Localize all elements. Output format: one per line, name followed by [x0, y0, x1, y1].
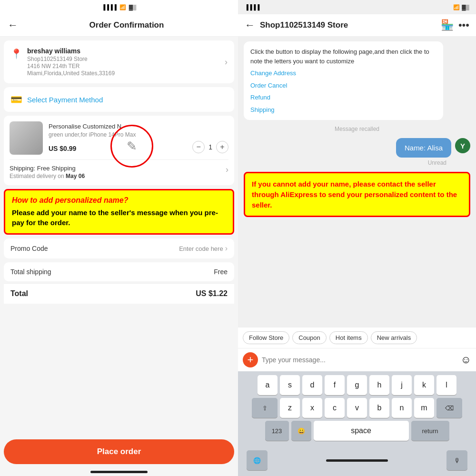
- total-label: Total: [10, 289, 28, 298]
- chat-text-input[interactable]: [262, 356, 457, 364]
- payment-card[interactable]: 💳 Select Payment Method: [4, 87, 234, 112]
- total-final-row: Total US $1.22: [4, 283, 234, 304]
- return-key[interactable]: return: [411, 421, 449, 441]
- keyboard-row-3: 123 😀 space return: [240, 421, 474, 446]
- home-indicator: [90, 471, 148, 473]
- key-a[interactable]: a: [258, 375, 278, 395]
- product-section: ✎ Personalise Customized N green under,f…: [4, 116, 234, 185]
- left-wifi-icon: 📶: [119, 4, 126, 10]
- refund-link[interactable]: Refund: [250, 93, 436, 102]
- qty-decrease-button[interactable]: −: [192, 141, 205, 153]
- total-shipping-value: Free: [214, 268, 228, 276]
- globe-key[interactable]: 🌐: [247, 450, 268, 470]
- store-icon[interactable]: 🏪: [441, 19, 454, 31]
- home-indicator-right: [326, 459, 388, 462]
- message-recalled: Message recalled: [244, 126, 470, 132]
- annotation-right-body: If you cannot add your name, please cont…: [252, 179, 462, 210]
- product-price: US $0.99: [49, 145, 76, 152]
- qty-value: 1: [208, 143, 212, 151]
- numbers-key[interactable]: 123: [265, 421, 289, 441]
- mic-key[interactable]: 🎙: [446, 450, 467, 470]
- promo-code-row[interactable]: Promo Code Enter code here ›: [4, 238, 234, 258]
- address-line1: 1416 NW 214th TER: [27, 63, 225, 69]
- promo-label: Promo Code: [10, 245, 48, 252]
- right-nav-bar: ← Shop1102513149 Store 🏪 •••: [238, 14, 476, 37]
- address-line2: Miami,Florida,United States,33169: [27, 70, 225, 77]
- promo-placeholder: Enter code here: [179, 245, 223, 252]
- right-back-button[interactable]: ←: [245, 19, 255, 31]
- annotation-body: Please add your name to the seller's mes…: [12, 208, 226, 228]
- address-chevron-icon[interactable]: ›: [225, 57, 228, 67]
- key-z[interactable]: z: [280, 398, 300, 418]
- hot-items-button[interactable]: Hot items: [329, 331, 368, 344]
- key-k[interactable]: k: [414, 375, 434, 395]
- left-back-button[interactable]: ←: [8, 19, 18, 31]
- shipping-label: Shipping: Free Shipping: [10, 165, 85, 172]
- right-status-bar: ▐▐▐▐ 📶 ▓▒: [238, 0, 476, 14]
- left-page-title: Order Confirmation: [23, 20, 230, 30]
- key-f[interactable]: f: [325, 375, 345, 395]
- delete-key[interactable]: ⌫: [436, 398, 462, 418]
- chat-add-button[interactable]: +: [243, 352, 258, 367]
- emoji-keyboard-key[interactable]: 😀: [291, 421, 311, 441]
- right-nav-action-icons: 🏪 •••: [441, 19, 469, 31]
- product-thumbnail: [10, 121, 43, 155]
- keyboard-system-row: 🌐 🎙: [240, 448, 474, 474]
- key-d[interactable]: d: [302, 375, 322, 395]
- key-c[interactable]: c: [325, 398, 345, 418]
- right-signal-icon: ▐▐▐▐: [245, 4, 259, 10]
- name-message-bubble: Name: Alisa: [396, 138, 451, 158]
- address-store: Shop1102513149 Store: [27, 56, 225, 62]
- place-order-button[interactable]: Place order: [4, 439, 234, 464]
- more-options-icon[interactable]: •••: [458, 19, 469, 31]
- space-key[interactable]: space: [314, 421, 409, 441]
- right-battery-icon: ▓▒: [462, 4, 469, 10]
- right-page-title: Shop1102513149 Store: [260, 20, 436, 30]
- right-wifi-icon: 📶: [453, 4, 460, 10]
- location-icon: 📍: [10, 48, 22, 60]
- key-b[interactable]: b: [369, 398, 389, 418]
- key-j[interactable]: j: [392, 375, 412, 395]
- key-v[interactable]: v: [347, 398, 367, 418]
- change-address-link[interactable]: Change Address: [250, 69, 436, 78]
- shipping-link[interactable]: Shipping: [250, 105, 436, 115]
- key-h[interactable]: h: [369, 375, 389, 395]
- key-l[interactable]: l: [436, 375, 456, 395]
- total-value: US $1.22: [196, 289, 228, 298]
- payment-label: Select Payment Method: [27, 96, 103, 104]
- name-bubble-text: Name: Alisa: [405, 144, 443, 152]
- shipping-info-row[interactable]: Shipping: Free Shipping Estimated delive…: [10, 159, 228, 179]
- annotation-title: How to add personalized name?: [12, 196, 226, 205]
- left-status-bar: ▐▐▐▐ 📶 ▓▒: [0, 0, 238, 14]
- product-name: Personalise Customized N: [49, 123, 228, 130]
- key-s[interactable]: s: [280, 375, 300, 395]
- key-x[interactable]: x: [302, 398, 322, 418]
- new-arrivals-button[interactable]: New arrivals: [371, 331, 417, 344]
- follow-store-button[interactable]: Follow Store: [243, 331, 289, 344]
- address-card: 📍 breshay williams Shop1102513149 Store …: [4, 40, 234, 83]
- shift-key[interactable]: ⇧: [252, 398, 278, 418]
- quick-actions-bar: Follow Store Coupon Hot items New arriva…: [238, 327, 476, 348]
- total-shipping-label: Total shipping: [10, 268, 51, 276]
- key-g[interactable]: g: [347, 375, 367, 395]
- annotation-box-left: How to add personalized name? Please add…: [4, 189, 234, 235]
- bot-message-bubble: Click the button to display the followin…: [244, 41, 443, 120]
- coupon-button[interactable]: Coupon: [292, 331, 327, 344]
- total-shipping-row: Total shipping Free: [4, 262, 234, 281]
- bot-message-text: Click the button to display the followin…: [250, 48, 429, 65]
- chat-input-bar: + ☺: [238, 348, 476, 371]
- user-avatar: Y: [455, 138, 470, 153]
- unread-label: Unread: [244, 159, 446, 166]
- key-n[interactable]: n: [392, 398, 412, 418]
- key-m[interactable]: m: [414, 398, 434, 418]
- delivery-date: May 06: [66, 173, 85, 179]
- order-cancel-link[interactable]: Order Cancel: [250, 81, 436, 90]
- qty-increase-button[interactable]: +: [216, 141, 228, 153]
- keyboard-row-2: ⇧ z x c v b n m ⌫: [240, 398, 474, 418]
- emoji-button[interactable]: ☺: [461, 354, 471, 366]
- promo-chevron-icon: ›: [225, 244, 228, 253]
- address-info: breshay williams Shop1102513149 Store 14…: [27, 47, 225, 77]
- left-panel: ▐▐▐▐ 📶 ▓▒ ← Order Confirmation 📍 breshay…: [0, 0, 238, 476]
- left-nav-bar: ← Order Confirmation: [0, 14, 238, 37]
- shipping-info: Shipping: Free Shipping Estimated delive…: [10, 165, 85, 179]
